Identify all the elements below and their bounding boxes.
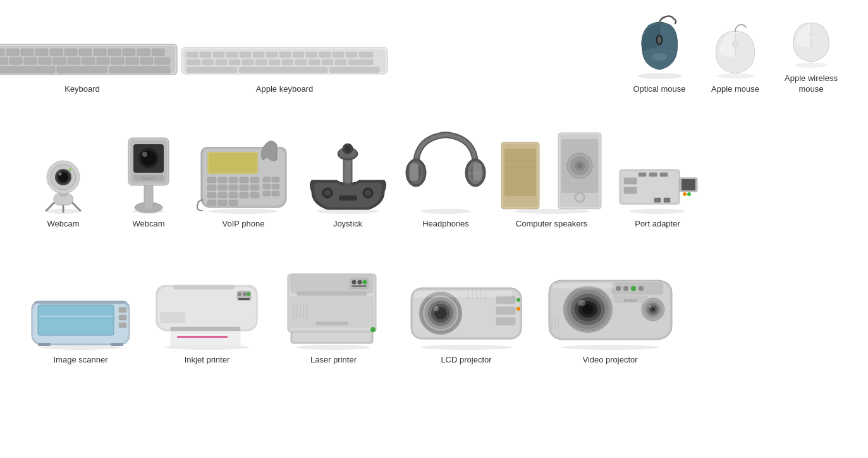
svg-rect-98 bbox=[209, 153, 257, 173]
svg-point-135 bbox=[420, 209, 471, 214]
svg-rect-6 bbox=[50, 49, 63, 56]
svg-rect-188 bbox=[654, 198, 661, 202]
svg-rect-118 bbox=[272, 177, 279, 182]
svg-rect-34 bbox=[226, 52, 238, 58]
row-2: Webcam bbox=[19, 123, 849, 233]
svg-point-258 bbox=[582, 304, 594, 314]
svg-rect-208 bbox=[238, 298, 250, 300]
svg-point-248 bbox=[517, 298, 520, 302]
svg-point-268 bbox=[616, 286, 621, 291]
svg-rect-39 bbox=[293, 52, 304, 58]
svg-rect-3 bbox=[6, 49, 19, 56]
apple-wireless-mouse-label: Apple wireless mouse bbox=[779, 73, 843, 95]
svg-rect-42 bbox=[333, 52, 344, 58]
optical-mouse-icon bbox=[630, 16, 690, 79]
computer-speakers-icon bbox=[498, 127, 606, 214]
svg-point-147 bbox=[514, 209, 590, 214]
svg-point-65 bbox=[652, 53, 667, 61]
svg-rect-246 bbox=[496, 307, 515, 314]
svg-rect-33 bbox=[213, 52, 224, 58]
svg-rect-198 bbox=[111, 343, 123, 346]
item-optical-mouse: Optical mouse bbox=[621, 13, 697, 98]
svg-rect-58 bbox=[186, 67, 237, 73]
svg-rect-110 bbox=[218, 192, 227, 198]
svg-rect-12 bbox=[137, 49, 150, 56]
svg-point-207 bbox=[247, 292, 250, 296]
svg-rect-105 bbox=[218, 185, 227, 190]
svg-point-84 bbox=[69, 168, 71, 171]
svg-rect-134 bbox=[339, 195, 357, 201]
svg-point-175 bbox=[629, 209, 686, 214]
headphones-label: Headphones bbox=[422, 219, 469, 230]
svg-text:SANYO: SANYO bbox=[623, 299, 637, 302]
svg-rect-43 bbox=[346, 52, 357, 58]
svg-rect-150 bbox=[504, 149, 536, 196]
svg-rect-109 bbox=[207, 192, 216, 198]
svg-rect-46 bbox=[202, 59, 214, 65]
svg-point-259 bbox=[578, 300, 585, 306]
svg-rect-36 bbox=[253, 52, 264, 58]
svg-point-133 bbox=[365, 190, 371, 196]
svg-point-230 bbox=[370, 327, 376, 332]
svg-rect-55 bbox=[322, 59, 333, 65]
svg-rect-103 bbox=[250, 177, 259, 183]
main-container: Keyboard bbox=[0, 0, 868, 388]
svg-rect-112 bbox=[240, 192, 248, 198]
item-apple-keyboard: Apple keyboard bbox=[209, 38, 360, 98]
headphones-icon: CRONUS bbox=[405, 128, 487, 214]
svg-rect-35 bbox=[240, 52, 251, 58]
svg-rect-116 bbox=[229, 200, 238, 206]
item-laser-printer: Laser printer bbox=[272, 258, 395, 369]
svg-point-265 bbox=[651, 307, 655, 311]
svg-rect-104 bbox=[207, 185, 216, 190]
item-headphones: CRONUS Headphones bbox=[398, 125, 493, 233]
svg-rect-28 bbox=[109, 66, 170, 73]
svg-rect-179 bbox=[624, 187, 637, 194]
svg-rect-251 bbox=[414, 291, 512, 297]
apple-keyboard-icon bbox=[180, 41, 389, 79]
svg-rect-182 bbox=[660, 173, 668, 176]
svg-rect-114 bbox=[207, 200, 216, 206]
svg-rect-217 bbox=[297, 292, 367, 295]
svg-point-83 bbox=[58, 172, 61, 175]
svg-rect-21 bbox=[97, 58, 109, 65]
svg-point-61 bbox=[637, 73, 682, 79]
svg-rect-224 bbox=[316, 322, 348, 325]
svg-rect-108 bbox=[250, 185, 259, 190]
laser-printer-label: Laser printer bbox=[310, 355, 357, 366]
svg-rect-203 bbox=[174, 285, 234, 289]
svg-rect-196 bbox=[35, 301, 126, 304]
svg-rect-202 bbox=[177, 336, 228, 338]
row-3: Image scanner bbox=[19, 258, 849, 369]
port-adapter-icon bbox=[616, 160, 699, 214]
inkjet-printer-icon bbox=[149, 275, 266, 350]
svg-rect-13 bbox=[152, 49, 164, 56]
voip-phone-label: VoIP phone bbox=[223, 219, 265, 230]
keyboard-label: Keyboard bbox=[64, 84, 100, 95]
svg-rect-187 bbox=[664, 198, 670, 202]
port-adapter-label: Port adapter bbox=[635, 219, 680, 230]
svg-point-186 bbox=[683, 192, 687, 196]
svg-rect-41 bbox=[319, 52, 331, 58]
svg-point-131 bbox=[324, 190, 331, 196]
webcam2-icon: PHILIPS bbox=[122, 132, 176, 214]
voip-phone-icon bbox=[195, 138, 293, 214]
svg-rect-37 bbox=[266, 52, 278, 58]
video-projector-icon: SANYO bbox=[542, 269, 678, 350]
svg-rect-11 bbox=[123, 49, 135, 56]
image-scanner-icon bbox=[25, 283, 136, 350]
svg-point-266 bbox=[649, 305, 651, 307]
svg-point-221 bbox=[363, 280, 367, 284]
svg-rect-195 bbox=[119, 323, 126, 328]
svg-rect-9 bbox=[94, 49, 106, 56]
svg-rect-144 bbox=[410, 163, 419, 181]
row-1: Keyboard bbox=[19, 13, 849, 98]
svg-rect-44 bbox=[359, 52, 373, 58]
svg-rect-60 bbox=[329, 67, 379, 73]
svg-rect-201 bbox=[171, 332, 240, 346]
item-joystick: Joystick bbox=[297, 132, 398, 233]
svg-rect-23 bbox=[126, 58, 138, 65]
svg-rect-111 bbox=[229, 192, 238, 198]
svg-rect-209 bbox=[160, 312, 185, 323]
svg-rect-2 bbox=[0, 49, 4, 56]
